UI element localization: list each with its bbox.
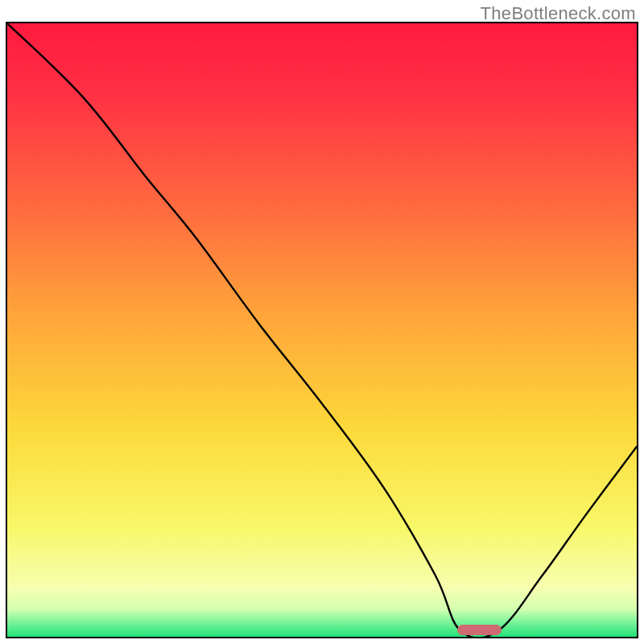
chart-frame	[6, 22, 638, 638]
bottleneck-curve	[7, 23, 637, 637]
curve-path	[7, 23, 637, 637]
optimal-marker	[457, 625, 502, 635]
